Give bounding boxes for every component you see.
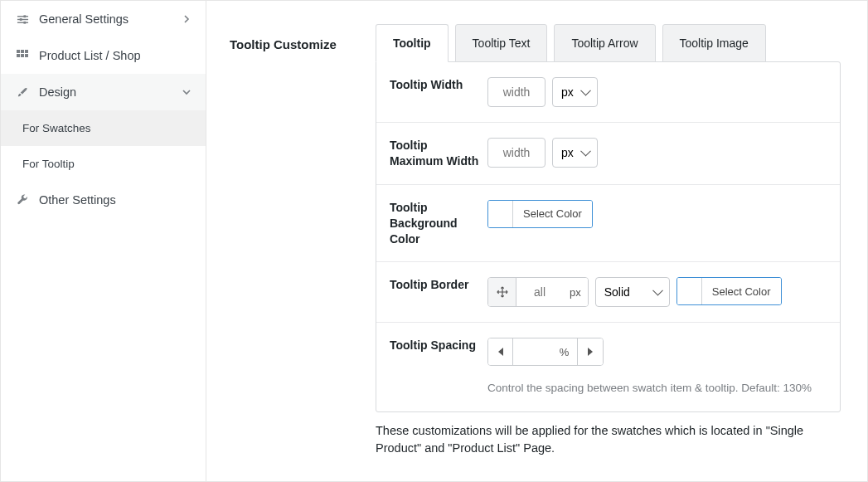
nav-label: Product List / Shop xyxy=(39,49,141,62)
field-label: Tooltip Maximum Width xyxy=(390,138,487,169)
nav-label: Other Settings xyxy=(39,193,116,207)
maxwidth-unit-select[interactable]: px xyxy=(552,138,598,168)
nav-general-settings[interactable]: General Settings xyxy=(1,1,206,37)
link-sides-button[interactable] xyxy=(488,278,516,306)
svg-rect-6 xyxy=(17,50,20,53)
field-tooltip-bg-color: Tooltip Background Color Select Color xyxy=(376,185,840,263)
field-label: Tooltip Background Color xyxy=(390,200,487,247)
border-dimension-control: px xyxy=(487,277,589,307)
nav-label: General Settings xyxy=(39,12,129,26)
color-swatch xyxy=(488,201,513,227)
nav-sub-label: For Swatches xyxy=(22,122,91,134)
field-tooltip-border: Tooltip Border px Sol xyxy=(376,262,840,323)
tab-tooltip[interactable]: Tooltip xyxy=(376,24,449,62)
section-title: Tooltip Customize xyxy=(230,24,376,457)
field-tooltip-spacing: Tooltip Spacing % Control the spacing be… xyxy=(376,323,840,411)
svg-rect-3 xyxy=(23,15,26,17)
bg-color-picker[interactable]: Select Color xyxy=(487,200,593,228)
nav-other-settings[interactable]: Other Settings xyxy=(1,182,206,218)
color-picker-label: Select Color xyxy=(513,201,592,227)
border-all-input[interactable] xyxy=(516,278,563,306)
tab-tooltip-text[interactable]: Tooltip Text xyxy=(455,24,548,62)
increment-button[interactable] xyxy=(578,338,603,365)
nav-product-list[interactable]: Product List / Shop xyxy=(1,37,206,74)
sidebar: General Settings Product List / Shop Des… xyxy=(1,1,206,481)
triangle-right-icon xyxy=(588,348,593,356)
spacing-unit: % xyxy=(551,338,578,365)
field-tooltip-max-width: Tooltip Maximum Width px xyxy=(376,123,840,185)
field-label: Tooltip Border xyxy=(390,277,487,307)
nav-label: Design xyxy=(39,85,76,99)
tabs: Tooltip Tooltip Text Tooltip Arrow Toolt… xyxy=(376,24,841,62)
main-content: Tooltip Customize Tooltip Tooltip Text T… xyxy=(206,1,867,481)
width-input[interactable] xyxy=(487,77,546,107)
svg-rect-9 xyxy=(17,54,20,57)
color-swatch xyxy=(677,278,702,304)
width-unit-select[interactable]: px xyxy=(552,77,598,107)
border-color-picker[interactable]: Select Color xyxy=(676,277,782,305)
move-icon xyxy=(497,286,508,298)
nav-sub-for-swatches[interactable]: For Swatches xyxy=(1,110,206,146)
spacing-stepper: % xyxy=(487,338,604,366)
wrench-icon xyxy=(16,193,29,207)
svg-rect-7 xyxy=(21,50,24,53)
chevron-down-icon xyxy=(182,88,191,96)
border-style-select[interactable]: Solid xyxy=(595,277,670,307)
field-tooltip-width: Tooltip Width px xyxy=(376,62,840,123)
svg-rect-10 xyxy=(21,54,24,57)
svg-rect-8 xyxy=(25,50,28,53)
nav-sub-label: For Tooltip xyxy=(22,158,75,170)
brush-icon xyxy=(16,85,29,99)
chevron-right-icon xyxy=(182,15,191,23)
grid-icon xyxy=(16,49,29,62)
field-help-text: Control the spacing between swatch item … xyxy=(487,381,827,397)
tab-tooltip-image[interactable]: Tooltip Image xyxy=(662,24,766,62)
tab-tooltip-arrow[interactable]: Tooltip Arrow xyxy=(554,24,655,62)
maxwidth-input[interactable] xyxy=(487,138,546,168)
nav-sub-for-tooltip[interactable]: For Tooltip xyxy=(1,146,206,182)
triangle-left-icon xyxy=(498,348,503,356)
nav-design[interactable]: Design xyxy=(1,74,206,110)
svg-rect-11 xyxy=(25,54,28,57)
color-picker-label: Select Color xyxy=(702,278,781,304)
decrement-button[interactable] xyxy=(488,338,513,365)
footnote: These customizations will be applied for… xyxy=(376,422,841,457)
border-unit: px xyxy=(563,278,588,306)
sliders-icon xyxy=(16,12,29,26)
svg-rect-4 xyxy=(19,18,22,21)
settings-panel: Tooltip Width px Tooltip Maximum Width xyxy=(376,61,841,412)
field-label: Tooltip Width xyxy=(390,77,487,107)
svg-rect-5 xyxy=(23,21,26,23)
spacing-value-input[interactable] xyxy=(513,338,551,365)
field-label: Tooltip Spacing xyxy=(390,338,487,397)
